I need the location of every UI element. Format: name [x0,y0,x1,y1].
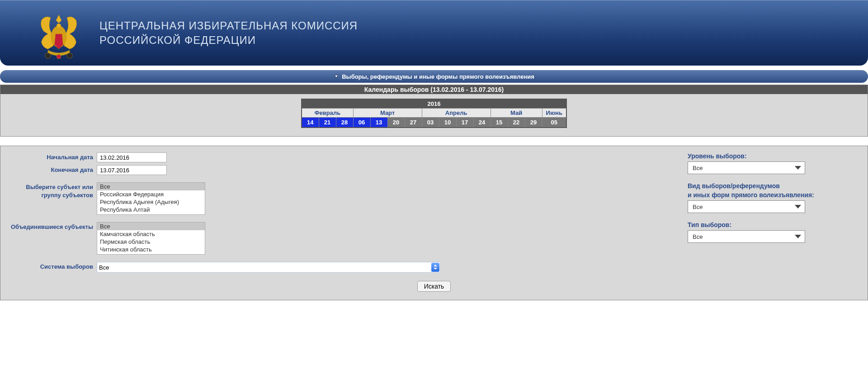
search-form: Начальная дата Конечная дата Выберите су… [0,146,868,300]
list-item[interactable]: Республика Алтай [97,206,205,213]
nav-bar[interactable]: Выборы, референдумы и иные формы прямого… [0,70,868,83]
merged-listbox[interactable]: Все Камчатская область Пермская область … [97,222,205,255]
merged-label: Объединившиеся субъекты [9,222,97,231]
header-title-block: ЦЕНТРАЛЬНАЯ ИЗБИРАТЕЛЬНАЯ КОМИССИЯ РОССИ… [99,19,358,47]
list-item[interactable]: Читинская область [97,246,205,253]
emblem-icon [32,7,86,61]
kind-label-2: и иных форм прямого волеизъявления: [688,191,859,199]
level-value: Все [693,165,703,171]
subject-label: Выберите субъект или группу субъектов [9,182,97,199]
kind-dropdown[interactable]: Все [688,200,805,213]
start-date-input[interactable] [97,152,167,162]
list-item[interactable]: Все [97,223,205,230]
system-select[interactable]: Все [97,262,440,273]
svg-point-2 [45,53,51,58]
calendar-day[interactable]: 10 [439,118,456,128]
calendar-day[interactable]: 27 [405,118,422,128]
calendar-day[interactable]: 29 [525,118,542,128]
calendar-year: 2016 [302,99,566,109]
kind-value: Все [693,204,703,210]
calendar-day[interactable]: 03 [422,118,439,128]
calendar-title: Календарь выборов (13.02.2016 - 13.07.20… [0,85,868,94]
chevron-down-icon [795,235,801,238]
type-value: Все [693,233,703,240]
month-feb[interactable]: Февраль [302,109,353,118]
type-label: Тип выборов: [688,221,859,228]
type-dropdown[interactable]: Все [688,230,805,243]
list-item[interactable]: Камчатская область [97,230,205,238]
list-item[interactable]: Все [97,183,205,190]
list-item[interactable]: Республика Адыгея (Адыгея) [97,198,205,206]
end-date-label: Конечная дата [9,165,97,174]
chevron-down-icon [795,166,801,170]
header-line-2: РОССИЙСКОЙ ФЕДЕРАЦИИ [99,34,358,47]
calendar-day[interactable]: 14 [302,118,319,128]
calendar-day[interactable]: 17 [456,118,473,128]
system-label: Система выборов [9,262,97,271]
calendar-day[interactable]: 22 [508,118,525,128]
calendar-day[interactable]: 06 [353,118,370,128]
month-may[interactable]: Май [491,109,542,118]
start-date-label: Начальная дата [9,152,97,161]
calendar-day[interactable]: 15 [491,118,508,128]
svg-point-1 [57,24,61,28]
svg-point-4 [57,55,61,59]
end-date-input[interactable] [97,165,167,175]
header-line-1: ЦЕНТРАЛЬНАЯ ИЗБИРАТЕЛЬНАЯ КОМИССИЯ [99,19,358,32]
month-jun[interactable]: Июнь [542,109,566,118]
nav-title: Выборы, референдумы и иные формы прямого… [342,73,534,80]
month-mar[interactable]: Март [353,109,422,118]
chevron-down-icon [795,205,801,209]
chevron-down-icon [334,74,339,79]
calendar-table: 2016 Февраль Март Апрель Май Июнь 14 21 … [301,99,567,128]
calendar-day[interactable]: 24 [473,118,491,128]
level-label: Уровень выборов: [688,152,859,160]
calendar-day[interactable]: 13 [370,118,387,128]
svg-marker-5 [335,75,338,78]
list-item[interactable]: Пермская область [97,238,205,246]
level-dropdown[interactable]: Все [688,161,805,174]
list-item[interactable]: Российская Федерация [97,190,205,198]
search-button[interactable]: Искать [417,281,451,292]
calendar-day[interactable]: 05 [542,118,566,128]
subject-listbox[interactable]: Все Российская Федерация Республика Адыг… [97,182,205,215]
calendar-day[interactable]: 21 [319,118,336,128]
calendar-day[interactable]: 28 [336,118,353,128]
site-header: ЦЕНТРАЛЬНАЯ ИЗБИРАТЕЛЬНАЯ КОМИССИЯ РОССИ… [0,0,868,66]
calendar-day[interactable]: 20 [387,118,405,128]
calendar-block: Календарь выборов (13.02.2016 - 13.07.20… [0,85,868,137]
kind-label-1: Вид выборов/референдумов [688,182,859,190]
month-apr[interactable]: Апрель [422,109,491,118]
svg-point-3 [67,53,72,58]
